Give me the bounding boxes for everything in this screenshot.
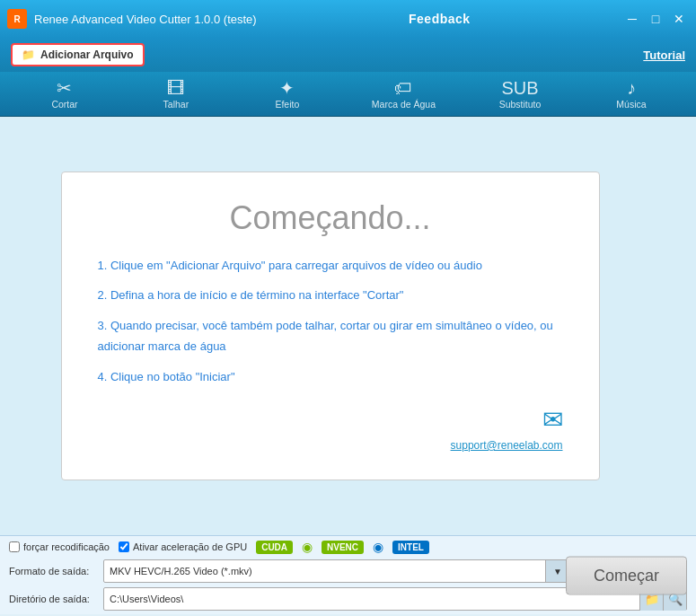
main-content: Começando... 1. Clique em "Adicionar Arq… (0, 117, 696, 535)
add-file-label: Adicionar Arquivo (40, 48, 134, 61)
support-email[interactable]: support@reneelab.com (451, 439, 563, 452)
bottom-section: forçar recodificação Ativar aceleração d… (0, 535, 696, 616)
add-file-icon: 📁 (22, 48, 35, 61)
force-reencode-group: forçar recodificação (9, 541, 110, 552)
dir-label: Diretório de saída: (9, 594, 103, 604)
step-2: 2. Defina a hora de início e de término … (98, 285, 563, 305)
tab-music-label: Música (616, 99, 646, 110)
feedback-label: Feedback (409, 12, 471, 26)
gpu-accel-label: Ativar aceleração de GPU (133, 541, 247, 552)
tutorial-link[interactable]: Tutorial (643, 48, 685, 62)
start-button[interactable]: Começar (566, 557, 687, 595)
getting-started-panel: Começando... 1. Clique em "Adicionar Arq… (61, 172, 600, 480)
intel-badge: INTEL (392, 541, 429, 554)
maximize-button[interactable]: □ (646, 9, 665, 29)
watermark-icon: 🏷 (394, 79, 412, 97)
close-button[interactable]: ✕ (669, 9, 689, 29)
step-1: 1. Clique em "Adicionar Arquivo" para ca… (98, 255, 563, 276)
nav-tabs: ✂ Cortar 🎞 Talhar ✦ Efeito 🏷 Marca de Ág… (0, 72, 696, 117)
tab-efeito[interactable]: ✦ Efeito (260, 79, 314, 110)
subtitle-icon: SUB (501, 79, 538, 97)
app-logo: R (7, 9, 27, 29)
minimize-button[interactable]: ─ (622, 9, 642, 29)
format-select[interactable]: MKV HEVC/H.265 Video (*.mkv) ▼ (103, 559, 569, 583)
music-icon: ♪ (627, 79, 636, 97)
cut-icon: ✂ (57, 79, 72, 97)
tab-talhar[interactable]: 🎞 Talhar (149, 79, 203, 110)
window-controls: ─ □ ✕ (622, 9, 689, 29)
step-4: 4. Clique no botão "Iniciar" (98, 366, 563, 387)
tab-talhar-label: Talhar (163, 99, 189, 110)
options-row: forçar recodificação Ativar aceleração d… (9, 540, 687, 554)
tab-substituto[interactable]: SUB Substituto (493, 79, 547, 110)
force-reencode-checkbox[interactable] (9, 541, 20, 552)
format-value: MKV HEVC/H.265 Video (*.mkv) (104, 559, 545, 583)
nvenc-badge: NVENC (322, 541, 364, 554)
email-icon: ✉ (98, 405, 563, 435)
cuda-badge: CUDA (256, 541, 293, 554)
trim-icon: 🎞 (167, 79, 185, 97)
dir-value: C:\Users\Videos\ (104, 594, 639, 604)
tab-marca-dagua[interactable]: 🏷 Marca de Água (372, 79, 436, 110)
nvidia-icon: ◉ (302, 540, 313, 554)
start-button-wrapper: Começar (566, 557, 687, 595)
tab-efeito-label: Efeito (275, 99, 299, 110)
add-file-button[interactable]: 📁 Adicionar Arquivo (11, 43, 145, 66)
title-bar-left: R Renee Advanced Video Cutter 1.0.0 (tes… (7, 9, 257, 29)
tab-cortar-label: Cortar (51, 99, 77, 110)
tab-cortar[interactable]: ✂ Cortar (38, 79, 92, 110)
format-label: Formato de saída: (9, 566, 103, 576)
effect-icon: ✦ (279, 79, 295, 97)
toolbar: 📁 Adicionar Arquivo Tutorial (0, 38, 696, 72)
app-title: Renee Advanced Video Cutter 1.0.0 (teste… (34, 13, 257, 26)
tab-sub-label: Substituto (499, 99, 542, 110)
tab-marca-label: Marca de Água (372, 99, 436, 110)
gpu-accel-group: Ativar aceleração de GPU (119, 541, 247, 552)
getting-started-title: Começando... (98, 199, 563, 237)
tab-musica[interactable]: ♪ Música (604, 79, 658, 110)
intel-icon: ◉ (373, 540, 383, 554)
gpu-accel-checkbox[interactable] (119, 541, 129, 552)
steps-list: 1. Clique em "Adicionar Arquivo" para ca… (98, 255, 563, 387)
support-area: ✉ support@reneelab.com (98, 405, 563, 453)
step-3: 3. Quando precisar, você também pode tal… (98, 315, 563, 357)
force-reencode-label: forçar recodificação (23, 541, 110, 552)
title-bar: R Renee Advanced Video Cutter 1.0.0 (tes… (0, 0, 696, 38)
